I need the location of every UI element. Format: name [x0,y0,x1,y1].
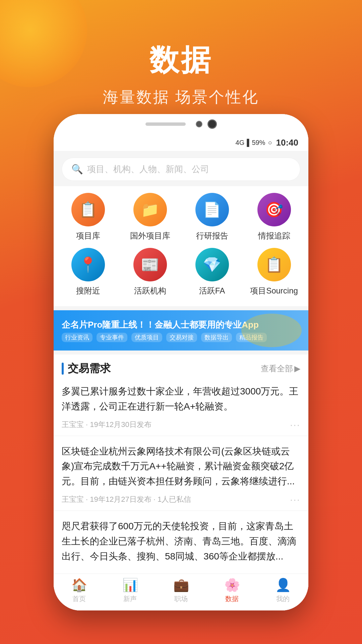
page-header: 数据 海量数据 场景个性化 [0,0,362,121]
banner-tag-1: 行业资讯 [62,333,93,342]
news-author-2: 王宝宝 · 19年12月27日发布 · 1人已私信 [62,494,191,504]
icon-circle-active-fa: 💎 [195,248,229,281]
nav-label-zhichang: 职场 [174,594,188,603]
banner-tag-4: 交易对接 [166,333,197,342]
banner-content: 企名片Pro隆重上线！！金融人士都要用的专业App 行业资讯 专业事件 优质项目… [62,319,267,342]
nav-label-data: 数据 [225,594,239,603]
signal-icon: 4G▐ [236,139,249,147]
chevron-right-icon: ▶ [294,364,300,373]
icon-label-foreign: 国外项目库 [130,230,170,241]
news-item-2[interactable]: 区块链企业杭州云象网络技术有限公司(云象区块链或云象)宣布完成数千万元A++轮融… [54,436,308,511]
icon-row-1: 📋 项目库 📁 国外项目库 📄 行研报告 🎯 情报追踪 [57,193,305,241]
banner-tags: 行业资讯 专业事件 优质项目 交易对接 数据导出 精品报告 [62,333,267,342]
status-bar: 4G▐ 59% ○ 10:40 [54,134,308,151]
news-item-1[interactable]: 多翼已累计服务过数十家企业，年营收超过3000万元。王洋透露，公司正在进行新一轮… [54,376,308,436]
mine-icon: 👤 [275,578,291,592]
status-time: 10:40 [276,138,299,148]
data-icon: 🌸 [224,578,240,592]
zhichang-icon: 💼 [173,578,189,592]
status-icons: 4G▐ 59% ○ [236,139,272,147]
icon-label-active-fa: 活跃FA [199,285,225,296]
news-meta-1: 王宝宝 · 19年12月30日发布 ··· [62,419,300,436]
section-title: 交易需求 [68,361,111,376]
banner-decoration [241,314,302,347]
phone-mockup: 4G▐ 59% ○ 10:40 🔍 项目、机构、人物、新闻、公司 📋 项目库 [54,114,308,610]
icon-circle-report: 📄 [195,193,229,226]
nav-label-home: 首页 [72,594,86,603]
icon-circle-foreign: 📁 [133,193,167,226]
icon-row-2: 📍 搜附近 📰 活跃机构 💎 活跃FA 📋 项目Sourcing [57,248,305,296]
phone-camera-small [196,121,202,127]
banner-tag-2: 专业事件 [97,333,127,342]
section-title-wrap: 交易需求 [62,361,111,376]
search-icon: 🔍 [71,164,83,175]
battery-ring: ○ [268,139,272,147]
nav-label-mine: 我的 [276,594,290,603]
icon-label-active-org: 活跃机构 [134,285,166,296]
icon-label-intel: 情报追踪 [258,230,290,241]
more-options-2[interactable]: ··· [290,494,300,505]
icon-item-foreign-project[interactable]: 📁 国外项目库 [123,193,177,241]
more-options-1[interactable]: ··· [290,419,300,430]
icon-label-project: 项目库 [76,230,100,241]
nav-item-data[interactable]: 🌸 数据 [224,578,240,603]
search-bar[interactable]: 🔍 项目、机构、人物、新闻、公司 [62,158,300,181]
banner-main-text: 企名片Pro隆重上线！！金融人士都要用的专业App [62,319,267,331]
icon-circle-intel: 🎯 [257,193,291,226]
icon-item-active-fa[interactable]: 💎 活跃FA [185,248,239,296]
icon-item-nearby[interactable]: 📍 搜附近 [61,248,115,296]
nav-item-xinsheng[interactable]: 📊 新声 [122,578,138,603]
search-placeholder: 项目、机构、人物、新闻、公司 [87,163,209,175]
icon-circle-active-org: 📰 [133,248,167,281]
banner-tag-3: 优质项目 [131,333,162,342]
banner-tag-5: 数据导出 [201,333,232,342]
icon-item-active-org[interactable]: 📰 活跃机构 [123,248,177,296]
page-title: 数据 [0,40,362,80]
icon-item-report[interactable]: 📄 行研报告 [185,193,239,241]
news-author-1: 王宝宝 · 19年12月30日发布 [62,420,152,430]
icon-item-sourcing[interactable]: 📋 项目Sourcing [247,248,301,296]
news-text-3: 咫尺君获得了600万元的天使轮投资，目前，这家青岛土生土长的企业已落子杭州、济南… [62,519,300,564]
icon-label-nearby: 搜附近 [76,285,100,296]
nav-item-zhichang[interactable]: 💼 职场 [173,578,189,603]
icon-grid: 📋 项目库 📁 国外项目库 📄 行研报告 🎯 情报追踪 [54,186,308,306]
nav-label-xinsheng: 新声 [123,594,137,603]
phone-content: 🔍 项目、机构、人物、新闻、公司 📋 项目库 📁 国外项目库 📄 [54,151,308,610]
phone-frame: 4G▐ 59% ○ 10:40 🔍 项目、机构、人物、新闻、公司 📋 项目库 [54,114,308,610]
section-bar [62,363,64,375]
news-text-2: 区块链企业杭州云象网络技术有限公司(云象区块链或云象)宣布完成数千万元A++轮融… [62,444,300,489]
page-subtitle: 海量数据 场景个性化 [0,87,362,108]
nav-item-home[interactable]: 🏠 首页 [71,578,87,603]
news-meta-2: 王宝宝 · 19年12月27日发布 · 1人已私信 ··· [62,494,300,511]
see-all-button[interactable]: 查看全部 ▶ [261,363,300,374]
icon-circle-sourcing: 📋 [257,248,291,281]
news-list: 多翼已累计服务过数十家企业，年营收超过3000万元。王洋透露，公司正在进行新一轮… [54,376,308,586]
icon-circle-project: 📋 [71,193,105,226]
section-header: 交易需求 查看全部 ▶ [54,355,308,376]
icon-label-sourcing: 项目Sourcing [250,285,298,296]
promo-banner[interactable]: 企名片Pro隆重上线！！金融人士都要用的专业App 行业资讯 专业事件 优质项目… [54,310,308,351]
xinsheng-icon: 📊 [122,578,138,592]
icon-circle-nearby: 📍 [71,248,105,281]
news-text-1: 多翼已累计服务过数十家企业，年营收超过3000万元。王洋透露，公司正在进行新一轮… [62,384,300,414]
icon-item-project[interactable]: 📋 项目库 [61,193,115,241]
home-icon: 🏠 [71,578,87,592]
nav-item-mine[interactable]: 👤 我的 [275,578,291,603]
icon-item-intel[interactable]: 🎯 情报追踪 [247,193,301,241]
icon-label-report: 行研报告 [196,230,228,241]
see-all-label: 查看全部 [261,363,293,374]
phone-speaker [145,122,186,126]
battery-icon: 59% [252,139,265,147]
bottom-navigation: 🏠 首页 📊 新声 💼 职场 🌸 数据 👤 我的 [54,574,308,610]
